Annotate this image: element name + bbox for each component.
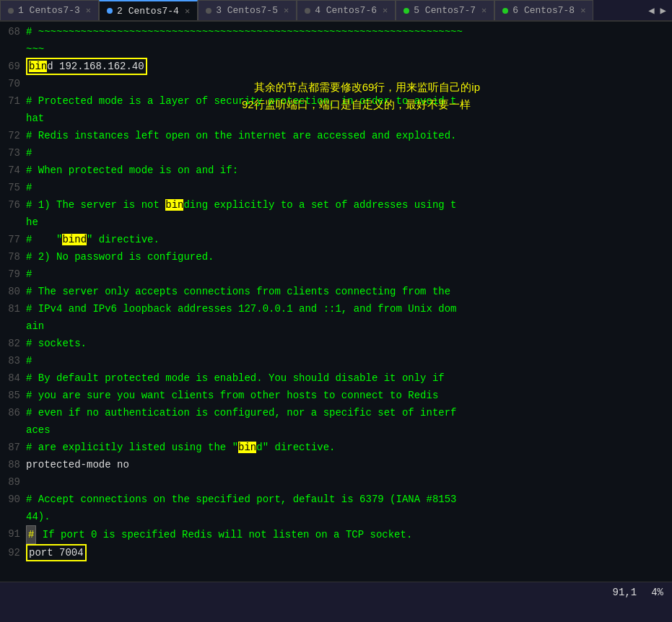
line-num-82: 82 (0, 335, 26, 352)
line-num-72: 72 (0, 127, 26, 144)
line-86: 86 # even if no authentication is config… (0, 404, 672, 439)
lines-container: 68 # ~~~~~~~~~~~~~~~~~~~~~~~~~~~~~~~~~~~… (0, 22, 672, 561)
status-percent: 4% (651, 587, 663, 598)
line-num-69: 69 (0, 58, 26, 75)
tab-label-1: 1 Centos7-3 (18, 5, 80, 16)
tab-close-3[interactable]: ✕ (278, 5, 289, 16)
line-num-75: 75 (0, 179, 26, 196)
line-content-77: # "bind" directive. (26, 231, 672, 248)
line-content-78: # 2) No password is configured. (26, 248, 672, 266)
tab-label-4: 4 Centos7-6 (315, 5, 377, 16)
line-content-80: # The server only accepts connections fr… (26, 283, 672, 300)
line-num-68: 68 (0, 23, 26, 40)
tab-nav-next[interactable]: ▶ (658, 3, 669, 18)
line-content-82: # sockets. (26, 335, 672, 352)
line-num-83: 83 (0, 352, 26, 369)
port-bordered: port 7004 (26, 544, 87, 561)
status-position: 91,1 (613, 587, 637, 598)
line-content-75: # (26, 179, 672, 196)
tab-dot-2 (107, 8, 113, 14)
line-70: 70 (0, 75, 672, 92)
line-num-86: 86 (0, 404, 26, 421)
editor: 其余的节点都需要修改69行，用来监听自己的ip 92行监听端口，端口是自定义的，… (0, 22, 672, 602)
line-content-73: # (26, 144, 672, 162)
line-num-77: 77 (0, 231, 26, 248)
tab-nav[interactable]: ◀ ▶ (642, 0, 672, 20)
line-content-88: protected-mode no (26, 456, 672, 473)
tab-dot-3 (206, 8, 211, 14)
line-80: 80 # The server only accepts connections… (0, 283, 672, 300)
line-num-85: 85 (0, 387, 26, 404)
line-content-83: # (26, 352, 672, 369)
line-content-79: # (26, 266, 672, 283)
line-88: 88 protected-mode no (0, 456, 672, 473)
line-69: 69 bind 192.168.162.40 (0, 58, 672, 75)
line-84: 84 # By default protected mode is enable… (0, 369, 672, 387)
line-content-91: # If port 0 is specified Redis will not … (26, 525, 672, 544)
line-content-92: port 7004 (26, 544, 672, 561)
line-num-80: 80 (0, 283, 26, 300)
tab-2[interactable]: 2 Centos7-4 ✕ (99, 0, 198, 20)
tab-4[interactable]: 4 Centos7-6 ✕ (297, 0, 396, 20)
tab-close-1[interactable]: ✕ (80, 5, 91, 16)
line-num-70: 70 (0, 75, 26, 92)
tab-dot-6 (502, 8, 508, 14)
line-num-89: 89 (0, 473, 26, 491)
line-content-90: # Accept connections on the specified po… (26, 491, 672, 525)
tab-close-6[interactable]: ✕ (575, 5, 585, 16)
line-num-76: 76 (0, 196, 26, 214)
line-82: 82 # sockets. (0, 335, 672, 352)
line-83: 83 # (0, 352, 672, 369)
tab-label-5: 5 Centos7-7 (414, 5, 476, 16)
line-content-81: # IPv4 and IPv6 loopback addresses 127.0… (26, 300, 672, 335)
status-bar: 91,1 4% (0, 582, 672, 602)
tab-1[interactable]: 1 Centos7-3 ✕ (0, 0, 99, 20)
line-content-68: # ~~~~~~~~~~~~~~~~~~~~~~~~~~~~~~~~~~~~~~… (26, 23, 672, 58)
line-90: 90 # Accept connections on the specified… (0, 491, 672, 525)
line-71: 71 # Protected mode is a layer of securi… (0, 92, 672, 127)
line-content-76: # 1) The server is not binding explicitl… (26, 196, 672, 231)
tab-bar: 1 Centos7-3 ✕ 2 Centos7-4 ✕ 3 Centos7-5 … (0, 0, 672, 22)
line-content-74: # When protected mode is on and if: (26, 162, 672, 179)
tab-close-2[interactable]: ✕ (179, 6, 190, 17)
line-81: 81 # IPv4 and IPv6 loopback addresses 12… (0, 300, 672, 335)
line-74: 74 # When protected mode is on and if: (0, 162, 672, 179)
line-78: 78 # 2) No password is configured. (0, 248, 672, 266)
line-73: 73 # (0, 144, 672, 162)
line-num-91: 91 (0, 525, 26, 543)
line-69-bordered: bind 192.168.162.40 (26, 58, 147, 75)
bind-word-69: bin (29, 61, 47, 72)
line-72: 72 # Redis instances left open on the in… (0, 127, 672, 144)
line-content-87: # are explicitly listed using the "bind"… (26, 439, 672, 456)
line-content-86: # even if no authentication is configure… (26, 404, 672, 439)
tab-close-5[interactable]: ✕ (476, 5, 486, 16)
tab-dot-4 (305, 8, 310, 14)
line-num-71: 71 (0, 92, 26, 110)
line-num-87: 87 (0, 439, 26, 456)
line-75: 75 # (0, 179, 672, 196)
line-content-85: # you are sure you want clients from oth… (26, 387, 672, 404)
line-89: 89 (0, 473, 672, 491)
tab-dot-1 (8, 8, 14, 14)
tab-3[interactable]: 3 Centos7-5 ✕ (198, 0, 297, 20)
tab-nav-prev[interactable]: ◀ (645, 3, 657, 18)
line-num-88: 88 (0, 456, 26, 473)
line-68: 68 # ~~~~~~~~~~~~~~~~~~~~~~~~~~~~~~~~~~~… (0, 23, 672, 58)
line-77: 77 # "bind" directive. (0, 231, 672, 248)
tab-5[interactable]: 5 Centos7-7 ✕ (396, 0, 494, 20)
line-num-74: 74 (0, 162, 26, 179)
line-content-72: # Redis instances left open on the inter… (26, 127, 672, 144)
line-num-79: 79 (0, 266, 26, 283)
line-num-81: 81 (0, 300, 26, 317)
tab-close-4[interactable]: ✕ (377, 5, 388, 16)
line-content-84: # By default protected mode is enabled. … (26, 369, 672, 387)
line-content-71: # Protected mode is a layer of security … (26, 92, 672, 127)
tab-label-2: 2 Centos7-4 (117, 6, 179, 17)
line-num-90: 90 (0, 491, 26, 508)
line-76: 76 # 1) The server is not binding explic… (0, 196, 672, 231)
tab-6[interactable]: 6 Centos7-8 ✕ (494, 0, 593, 20)
line-num-84: 84 (0, 369, 26, 387)
tab-label-3: 3 Centos7-5 (216, 5, 278, 16)
tab-dot-5 (403, 8, 409, 14)
tab-label-6: 6 Centos7-8 (512, 5, 575, 16)
